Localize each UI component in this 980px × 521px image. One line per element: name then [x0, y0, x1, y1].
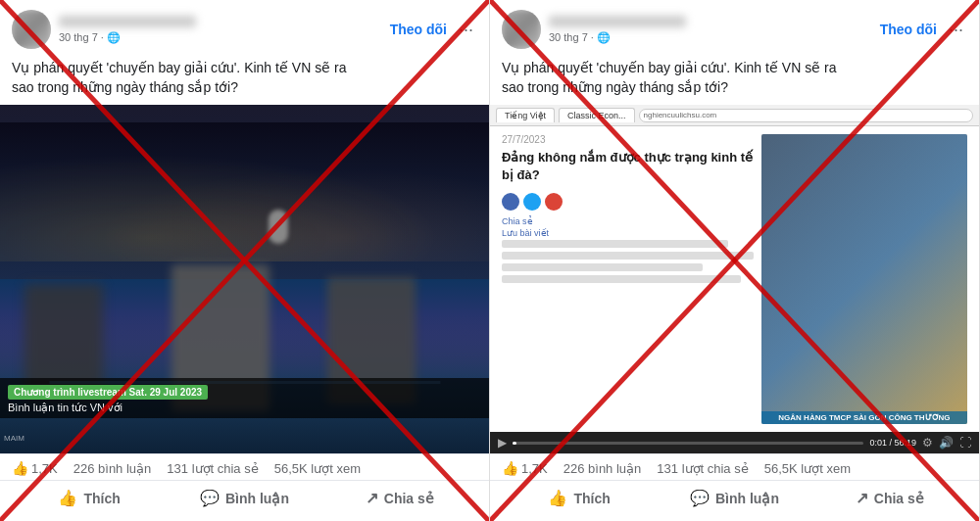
post-text-line2-left: sao trong những ngày tháng sắp tới? — [12, 79, 238, 95]
post-date-left: 30 thg 7 — [59, 31, 98, 43]
article-left-col: 27/7/2023 Đảng không nắm được thực trạng… — [502, 134, 754, 424]
post-card-left: 30 thg 7 · 🌐 Theo dõi ··· Vụ phán quyết … — [0, 0, 490, 521]
post-card-right: 30 thg 7 · 🌐 Theo dõi ··· Vụ phán quyết … — [490, 0, 980, 521]
post-date-right: 30 thg 7 — [549, 31, 588, 43]
username-blur-right — [549, 16, 686, 27]
more-button-right[interactable]: ··· — [945, 20, 967, 40]
comment-button-right[interactable]: 💬 Bình luận — [657, 483, 811, 513]
header-info-right: 30 thg 7 · 🌐 Theo dõi ··· — [549, 16, 967, 44]
avatar-right — [502, 10, 541, 49]
livestream-title: Bình luận tin tức VN với — [8, 402, 481, 414]
comment-label-right: Bình luận — [715, 491, 779, 506]
comments-count-left: 226 bình luận — [74, 461, 152, 476]
fb-share-icon[interactable] — [502, 193, 519, 211]
share-icon-left: ↗ — [366, 489, 378, 507]
likes-number-right: 1,7K — [521, 461, 548, 476]
post-image-left[interactable]: Chương trình livestream Sat. 29 Jul 2023… — [0, 105, 489, 453]
like-label-right: Thích — [573, 491, 610, 506]
microphone-icon — [269, 210, 288, 244]
share-text: Chia sẻ — [502, 216, 754, 226]
livestream-bar: Chương trình livestream Sat. 29 Jul 2023… — [0, 378, 489, 418]
article-text-blur-4 — [502, 275, 741, 283]
save-text: Lưu bài viết — [502, 228, 754, 238]
post-text-right: Vụ phán quyết 'chuyến bay giải cứu'. Kin… — [490, 55, 979, 105]
more-button-left[interactable]: ··· — [455, 20, 477, 40]
share-button-right[interactable]: ↗ Chia sẻ — [812, 483, 967, 513]
article-text-blur-3 — [502, 263, 703, 271]
share-icon-right: ↗ — [856, 489, 868, 507]
livestream-label: Chương trình livestream Sat. 29 Jul 2023 — [8, 385, 208, 400]
post-image-right[interactable]: Tiếng Việt Classic Econ... nghiencuulich… — [490, 105, 979, 453]
comments-stat-right: 226 bình luận — [564, 460, 642, 476]
post-meta-left: 30 thg 7 · 🌐 — [59, 31, 382, 44]
comment-icon-right: 💬 — [690, 489, 710, 507]
privacy-icon-left: 🌐 — [107, 31, 121, 44]
avatar-left — [12, 10, 51, 49]
shares-count-left: 131 lượt chia sẻ — [167, 461, 258, 476]
post-header-right: 30 thg 7 · 🌐 Theo dõi ··· — [490, 0, 979, 55]
browser-bar: Tiếng Việt Classic Econ... nghiencuulich… — [490, 105, 979, 126]
settings-icon[interactable]: ⚙ — [922, 436, 933, 450]
comment-icon-left: 💬 — [200, 489, 220, 507]
comments-stat-left: 226 bình luận — [74, 460, 152, 476]
video-controls: ▶ 0:01 / 56:19 ⚙ 🔊 ⛶ — [490, 432, 979, 453]
browser-tab-1: Tiếng Việt — [496, 108, 555, 122]
dot-right: · — [591, 31, 594, 43]
comment-button-left[interactable]: 💬 Bình luận — [167, 483, 321, 513]
like-count-left: 👍 1,7K — [12, 460, 58, 476]
privacy-icon-right: 🌐 — [597, 31, 611, 44]
article-title: Đảng không nắm được thực trạng kinh tế b… — [502, 149, 754, 184]
like-icon-right: 👍 — [548, 489, 567, 507]
bank-label: NGÂN HÀNG TMCP SÀI GÒN CÔNG THƯƠNG — [765, 413, 963, 422]
article-social-icons — [502, 193, 754, 211]
like-emoji-right: 👍 — [502, 460, 518, 476]
comment-label-left: Bình luận — [225, 491, 289, 506]
share-button-left[interactable]: ↗ Chia sẻ — [322, 483, 477, 513]
progress-bar[interactable] — [513, 442, 863, 445]
browser-tab-2: Classic Econ... — [559, 108, 635, 122]
follow-button-right[interactable]: Theo dõi — [880, 22, 937, 37]
share-label-right: Chia sẻ — [874, 491, 924, 506]
tw-share-icon[interactable] — [523, 193, 541, 211]
article-text-blur-1 — [502, 240, 728, 248]
follow-button-left[interactable]: Theo dõi — [390, 22, 447, 37]
post-text-line2-right: sao trong những ngày tháng sắp tới? — [502, 79, 728, 95]
shares-stat-right: 131 lượt chia sẻ — [657, 460, 748, 476]
views-stat-left: 56,5K lượt xem — [274, 460, 361, 476]
views-count-right: 56,5K lượt xem — [764, 461, 851, 476]
comments-count-right: 226 bình luận — [564, 461, 642, 476]
like-button-left[interactable]: 👍 Thích — [12, 483, 167, 513]
like-icon-left: 👍 — [58, 489, 77, 507]
video-time: 0:01 / 56:19 — [869, 438, 916, 448]
likes-number-left: 1,7K — [31, 461, 58, 476]
article-text-blur-2 — [502, 252, 754, 260]
article-date: 27/7/2023 — [502, 134, 754, 145]
post-stats-left: 👍 1,7K 226 bình luận 131 lượt chia sẻ 56… — [0, 453, 489, 480]
progress-fill — [513, 442, 516, 445]
volume-icon[interactable]: 🔊 — [939, 436, 954, 450]
post-header-left: 30 thg 7 · 🌐 Theo dõi ··· — [0, 0, 489, 55]
like-label-left: Thích — [83, 491, 120, 506]
watermark-left: MAIM — [4, 434, 24, 443]
post-text-line1-right: Vụ phán quyết 'chuyến bay giải cứu'. Kin… — [502, 60, 837, 75]
article-right-col: NGÂN HÀNG TMCP SÀI GÒN CÔNG THƯƠNG — [761, 134, 967, 424]
like-emoji-left: 👍 — [12, 460, 28, 476]
globe-icon-left: · — [101, 31, 104, 43]
post-meta-right: 30 thg 7 · 🌐 — [549, 31, 872, 44]
post-text-left: Vụ phán quyết 'chuyến bay giải cứu'. Kin… — [0, 55, 489, 105]
like-button-right[interactable]: 👍 Thích — [502, 483, 657, 513]
username-blur-left — [59, 16, 196, 27]
post-text-line1-left: Vụ phán quyết 'chuyến bay giải cứu'. Kin… — [12, 60, 347, 75]
username-area-right: 30 thg 7 · 🌐 — [549, 16, 872, 44]
post-actions-right: 👍 Thích 💬 Bình luận ↗ Chia sẻ — [490, 480, 979, 521]
play-icon[interactable]: ▶ — [498, 436, 507, 450]
shares-count-right: 131 lượt chia sẻ — [657, 461, 748, 476]
post-stats-right: 👍 1,7K 226 bình luận 131 lượt chia sẻ 56… — [490, 453, 979, 480]
browser-url: nghiencuulichsu.com — [639, 109, 973, 122]
fullscreen-icon[interactable]: ⛶ — [959, 436, 971, 450]
post-actions-left: 👍 Thích 💬 Bình luận ↗ Chia sẻ — [0, 480, 489, 521]
username-area-left: 30 thg 7 · 🌐 — [59, 16, 382, 44]
header-info-left: 30 thg 7 · 🌐 Theo dõi ··· — [59, 16, 477, 44]
gg-share-icon[interactable] — [545, 193, 563, 211]
article-thumbnail: NGÂN HÀNG TMCP SÀI GÒN CÔNG THƯƠNG — [761, 134, 967, 424]
